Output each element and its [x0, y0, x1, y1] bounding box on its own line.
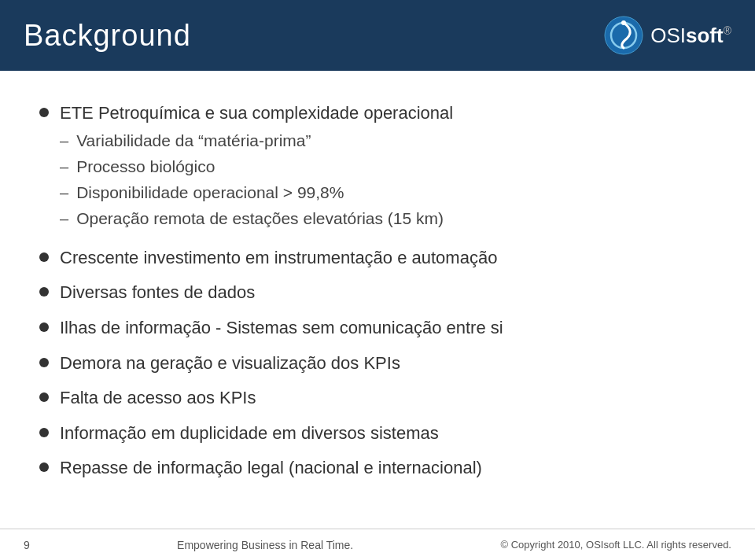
- bullet-icon: [39, 287, 49, 297]
- bullet-list: ETE Petroquímica e sua complexidade oper…: [39, 102, 716, 480]
- bullet-icon: [39, 462, 49, 472]
- list-item: Repasse de informação legal (nacional e …: [39, 457, 716, 480]
- main-content: ETE Petroquímica e sua complexidade oper…: [0, 71, 755, 508]
- sub-list-item: – Disponibilidade operacional > 99,8%: [60, 182, 453, 203]
- list-item: Crescente investimento em instrumentação…: [39, 247, 716, 270]
- sub-text: Disponibilidade operacional > 99,8%: [76, 182, 344, 203]
- header: Background OSIsoft®: [0, 0, 755, 71]
- footer-tagline: Empowering Business in Real Time.: [177, 539, 353, 551]
- sub-list-item: – Operação remota de estações elevatória…: [60, 208, 453, 229]
- logo-name: OSIsoft®: [650, 24, 731, 47]
- bullet-icon: [39, 392, 49, 402]
- page-title: Background: [24, 19, 191, 53]
- list-item: Informação em duplicidade em diversos si…: [39, 422, 716, 445]
- footer: 9 Empowering Business in Real Time. © Co…: [0, 529, 755, 560]
- bullet-icon: [39, 322, 49, 332]
- svg-point-2: [621, 20, 626, 25]
- footer-copyright: © Copyright 2010, OSIsoft LLC. All right…: [500, 539, 731, 551]
- logo-text-area: OSIsoft®: [650, 24, 731, 48]
- bullet-content: ETE Petroquímica e sua complexidade oper…: [60, 102, 453, 234]
- list-item: Diversas fontes de dados: [39, 282, 716, 304]
- bullet-text: Diversas fontes de dados: [60, 282, 255, 304]
- dash-icon: –: [60, 157, 68, 177]
- sub-text: Processo biológico: [76, 156, 215, 177]
- sub-list-item: – Variabilidade da “matéria-prima”: [60, 130, 453, 151]
- sub-list-item: – Processo biológico: [60, 156, 453, 177]
- bullet-icon: [39, 252, 49, 262]
- sub-text: Variabilidade da “matéria-prima”: [76, 130, 311, 151]
- bullet-icon: [39, 428, 49, 437]
- sub-list: – Variabilidade da “matéria-prima” – Pro…: [60, 130, 453, 230]
- logo-area: OSIsoft®: [603, 15, 731, 56]
- bullet-icon: [39, 358, 49, 367]
- page-number: 9: [24, 539, 30, 551]
- list-item: ETE Petroquímica e sua complexidade oper…: [39, 102, 716, 234]
- dash-icon: –: [60, 131, 68, 151]
- bullet-text: Falta de acesso aos KPIs: [60, 387, 256, 410]
- bullet-text: Crescente investimento em instrumentação…: [60, 247, 497, 270]
- bullet-text: Informação em duplicidade em diversos si…: [60, 422, 439, 445]
- list-item: Demora na geração e visualização dos KPI…: [39, 352, 716, 375]
- sub-text: Operação remota de estações elevatórias …: [76, 208, 444, 229]
- osisoft-logo-icon: [603, 15, 644, 56]
- list-item: Falta de acesso aos KPIs: [39, 387, 716, 410]
- bullet-text: Ilhas de informação - Sistemas sem comun…: [60, 317, 503, 340]
- bullet-text: ETE Petroquímica e sua complexidade oper…: [60, 103, 453, 123]
- list-item: Ilhas de informação - Sistemas sem comun…: [39, 317, 716, 340]
- bullet-text: Demora na geração e visualização dos KPI…: [60, 352, 400, 375]
- bullet-text: Repasse de informação legal (nacional e …: [60, 457, 482, 480]
- bullet-icon: [39, 108, 49, 117]
- dash-icon: –: [60, 182, 68, 203]
- dash-icon: –: [60, 208, 68, 229]
